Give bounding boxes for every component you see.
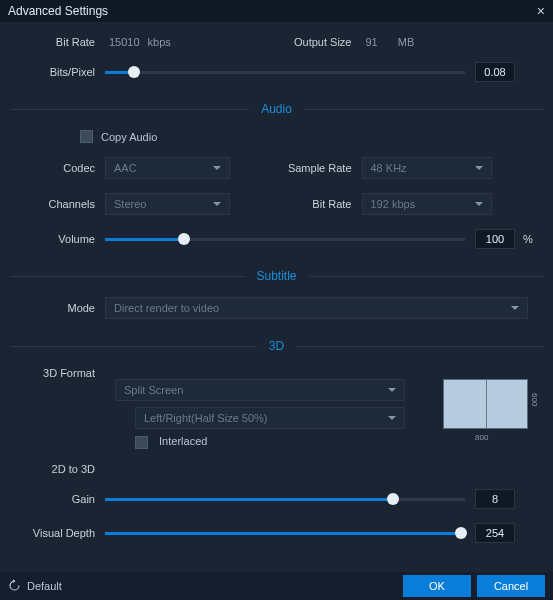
content-area: Bit Rate 15010 kbps Output Size 91 MB Bi… <box>0 22 553 572</box>
channels-label: Channels <box>10 198 105 210</box>
sample-rate-select[interactable]: 48 KHz <box>362 157 492 179</box>
bitrate-label: Bit Rate <box>10 36 105 48</box>
interlaced-label: Interlaced <box>159 435 207 447</box>
3d-format-label: 3D Format <box>10 367 105 379</box>
volume-slider[interactable] <box>105 238 465 241</box>
codec-select[interactable]: AAC <box>105 157 230 179</box>
subtitle-title: Subtitle <box>244 269 308 283</box>
copy-audio-label: Copy Audio <box>101 131 157 143</box>
3d-preview <box>443 379 528 429</box>
3d-layout-select[interactable]: Left/Right(Half Size 50%) <box>135 407 405 429</box>
audio-title: Audio <box>249 102 304 116</box>
preview-width: 800 <box>475 433 488 442</box>
gain-label: Gain <box>10 493 105 505</box>
3d-title: 3D <box>257 339 296 353</box>
chevron-down-icon <box>388 388 396 392</box>
output-size-label: Output Size <box>277 36 362 48</box>
copy-audio-checkbox[interactable] <box>80 130 93 143</box>
2d-to-3d-label: 2D to 3D <box>10 463 105 475</box>
channels-select[interactable]: Stereo <box>105 193 230 215</box>
cancel-button[interactable]: Cancel <box>477 575 545 597</box>
footer: Default OK Cancel <box>0 572 553 600</box>
interlaced-checkbox[interactable] <box>135 436 148 449</box>
gain-value[interactable]: 8 <box>475 489 515 509</box>
3d-format-select[interactable]: Split Screen <box>115 379 405 401</box>
chevron-down-icon <box>213 166 221 170</box>
audio-bitrate-label: Bit Rate <box>277 198 362 210</box>
chevron-down-icon <box>388 416 396 420</box>
mode-label: Mode <box>10 302 105 314</box>
codec-label: Codec <box>10 162 105 174</box>
volume-label: Volume <box>10 233 105 245</box>
chevron-down-icon <box>475 166 483 170</box>
default-label: Default <box>27 580 62 592</box>
depth-label: Visual Depth <box>10 527 105 539</box>
volume-value[interactable]: 100 <box>475 229 515 249</box>
bits-pixel-value[interactable]: 0.08 <box>475 62 515 82</box>
chevron-down-icon <box>213 202 221 206</box>
chevron-down-icon <box>475 202 483 206</box>
close-icon[interactable]: × <box>537 3 545 19</box>
audio-bitrate-select[interactable]: 192 kbps <box>362 193 492 215</box>
bits-pixel-label: Bits/Pixel <box>10 66 105 78</box>
ok-button[interactable]: OK <box>403 575 471 597</box>
refresh-icon <box>8 579 21 594</box>
volume-unit: % <box>523 233 543 245</box>
chevron-down-icon <box>511 306 519 310</box>
3d-section-header: 3D <box>10 339 543 353</box>
window-title: Advanced Settings <box>8 4 108 18</box>
bitrate-value: 15010 <box>109 36 140 48</box>
sample-rate-label: Sample Rate <box>277 162 362 174</box>
subtitle-section-header: Subtitle <box>10 269 543 283</box>
audio-section-header: Audio <box>10 102 543 116</box>
default-button[interactable]: Default <box>8 579 62 594</box>
depth-value[interactable]: 254 <box>475 523 515 543</box>
subtitle-mode-select[interactable]: Direct render to video <box>105 297 528 319</box>
depth-slider[interactable] <box>105 532 465 535</box>
gain-slider[interactable] <box>105 498 465 501</box>
output-size-value: 91 <box>366 36 378 48</box>
output-size-unit: MB <box>398 36 415 48</box>
bitrate-unit: kbps <box>148 36 171 48</box>
titlebar: Advanced Settings × <box>0 0 553 22</box>
bits-pixel-slider[interactable] <box>105 71 465 74</box>
preview-height: 600 <box>530 393 539 406</box>
